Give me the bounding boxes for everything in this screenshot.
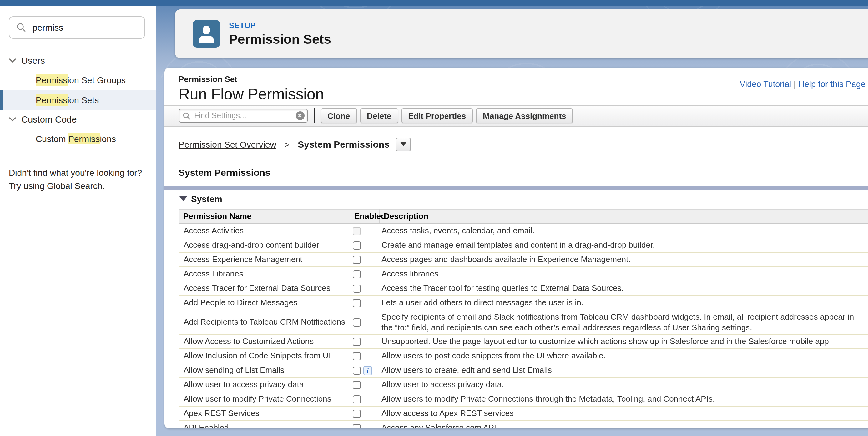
links-separator: | [794,79,796,89]
enabled-checkbox[interactable] [353,318,361,326]
enabled-cell [349,406,379,421]
enabled-cell [349,310,379,334]
enabled-cell [349,252,379,267]
permission-description: Unsupported. Use the page layout editor … [379,334,868,348]
clone-button[interactable]: Clone [320,108,357,123]
section-title: System Permissions [179,167,271,177]
enabled-checkbox [353,227,361,235]
search-match-highlight: Permiss [36,94,67,106]
enabled-checkbox[interactable] [353,285,361,293]
breadcrumb-separator: > [284,139,289,149]
permission-row-access-drag-and-drop-content-builder: Access drag-and-drop content builderCrea… [179,238,868,252]
permission-description: Allow users to post code snippets from t… [379,348,868,363]
video-tutorial-link[interactable]: Video Tutorial [740,79,792,89]
permission-row-access-libraries: Access LibrariesAccess libraries. [179,267,868,281]
permission-name: Allow user to access privacy data [179,377,349,392]
enabled-cell: i [349,363,379,377]
toolbar-divider [314,108,315,123]
enabled-checkbox[interactable] [353,381,361,389]
setup-header-card: SETUP Permission Sets [175,9,868,58]
permission-name: Add People to Direct Messages [179,295,349,310]
sidebar-group-custom-code[interactable]: Custom Code [0,110,156,129]
permission-row-allow-user-to-modify-private-connections: Allow user to modify Private Connections… [179,392,868,406]
group-title: System [191,194,222,204]
breadcrumb: Permission Set Overview > System Permiss… [164,127,868,151]
permission-row-allow-inclusion-of-code-snippets-from-ui: Allow Inclusion of Code Snippets from UI… [179,348,868,363]
chevron-down-icon [9,117,16,122]
section-divider-bar [164,186,868,189]
enabled-cell [349,334,379,348]
permission-description: Access the Tracer tool for testing queri… [379,281,868,295]
enabled-cell [349,295,379,310]
permission-description: Access libraries. [379,267,868,281]
footer-line-2: Try using Global Search. [9,180,146,193]
enabled-checkbox[interactable] [353,256,361,264]
sidebar-group-label: Custom Code [21,115,76,124]
edit-properties-button[interactable]: Edit Properties [401,108,473,123]
find-settings-box[interactable]: ✕ [179,109,307,123]
find-settings-input[interactable] [193,111,283,121]
sidebar-search-box[interactable] [9,16,145,39]
breadcrumb-overview-link[interactable]: Permission Set Overview [179,139,276,149]
permission-description: Create and manage email templates and co… [379,238,868,252]
info-icon[interactable]: i [363,366,372,375]
manage-assignments-button[interactable]: Manage Assignments [476,108,573,123]
permission-name: Access Tracer for External Data Sources [179,281,349,295]
enabled-checkbox[interactable] [353,367,361,375]
enabled-checkbox[interactable] [353,338,361,346]
setup-eyebrow: SETUP [229,21,331,30]
delete-button[interactable]: Delete [360,108,398,123]
footer-line-1: Didn't find what you're looking for? [9,166,146,180]
setup-nav-tree: UsersPermission Set GroupsPermission Set… [0,51,156,149]
permission-description: Specify recipients of email and Slack no… [379,310,868,334]
sidebar-search-input[interactable] [31,22,134,33]
col-header-description: Description [379,209,868,223]
permission-description: Allow access to Apex REST services [379,406,868,421]
section-dropdown-button[interactable] [396,137,411,151]
enabled-checkbox[interactable] [353,299,361,307]
main-area: SETUP Permission Sets Permission Set Run… [156,0,868,436]
sidebar-item-label: Permission Set Groups [36,75,126,85]
permission-name: Access Experience Management [179,252,349,267]
enabled-checkbox[interactable] [353,395,361,403]
permission-name: Allow Access to Customized Actions [179,334,349,348]
enabled-checkbox[interactable] [353,242,361,250]
permissions-table: Permission Name Enabled Description Acce… [179,209,868,429]
permission-set-name: Run Flow Permission [179,85,324,103]
permission-row-add-recipients-to-tableau-crm-notifications: Add Recipients to Tableau CRM Notificati… [179,310,868,334]
search-icon [16,23,26,33]
permission-sets-icon [193,20,220,48]
enabled-cell [349,267,379,281]
find-search-icon [182,112,190,120]
sidebar-group-users[interactable]: Users [0,51,156,70]
enabled-checkbox[interactable] [353,352,361,360]
permission-row-api-enabled: API EnabledAccess any Salesforce.com API… [179,421,868,429]
chevron-down-icon [9,58,16,63]
permission-row-access-activities: Access ActivitiesAccess tasks, events, c… [179,223,868,238]
permission-name: Access Activities [179,223,349,238]
permission-description: Lets a user add others to direct message… [379,295,868,310]
sidebar-group-label: Users [21,56,45,66]
sidebar-item-permission-set-groups[interactable]: Permission Set Groups [0,70,156,90]
enabled-cell [349,421,379,429]
sidebar-item-custom-permissions[interactable]: Custom Permissions [0,129,156,149]
enabled-cell [349,223,379,238]
permission-row-apex-rest-services: Apex REST ServicesAllow access to Apex R… [179,406,868,421]
sidebar-item-label: Custom Permissions [36,134,116,144]
search-match-highlight: Permiss [68,133,100,145]
permission-name: API Enabled [179,421,349,429]
enabled-checkbox[interactable] [353,270,361,278]
collapse-triangle-icon[interactable] [179,196,187,201]
sidebar-item-permission-sets[interactable]: Permission Sets [0,90,156,110]
permission-name: Allow Inclusion of Code Snippets from UI [179,348,349,363]
permission-name: Add Recipients to Tableau CRM Notificati… [179,310,349,334]
clear-find-button[interactable]: ✕ [296,111,304,120]
enabled-checkbox[interactable] [353,410,361,418]
action-toolbar: ✕ CloneDeleteEdit PropertiesManage Assig… [164,105,868,127]
permission-row-access-tracer-for-external-data-sources: Access Tracer for External Data SourcesA… [179,281,868,295]
enabled-checkbox[interactable] [353,424,361,429]
help-for-this-page-link[interactable]: Help for this Page [798,79,866,89]
permission-name: Allow user to modify Private Connections [179,392,349,406]
enabled-cell [349,348,379,363]
page-title: Permission Sets [229,32,331,46]
